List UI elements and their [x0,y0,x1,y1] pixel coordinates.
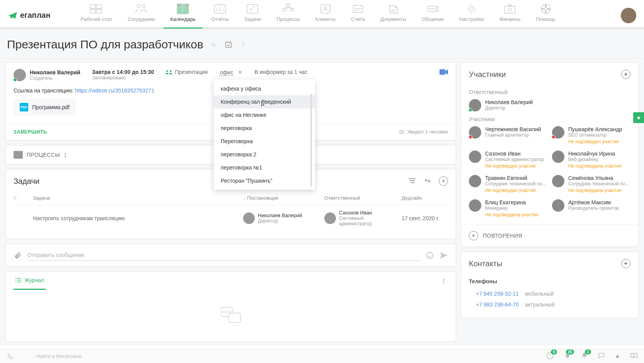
phone-row[interactable]: +7 945 258-32-11мобильный [469,288,630,299]
message-input[interactable]: Отправить сообщение [27,250,420,261]
briefcase-icon [14,151,23,159]
nav-Финансы[interactable]: Финансы [492,3,528,27]
main-nav: Рабочий столСотрудники7ОКТКалендарьОтчёт… [74,3,621,27]
journal-tab[interactable]: Журнал [14,272,46,290]
location-dropdown: кафеха у офисаКонференц-зал Введенскийоф… [214,80,315,190]
phone-row[interactable]: +7 983 238-64-70актуальный [469,299,630,310]
emoji-icon[interactable] [426,251,434,260]
views-count[interactable]: Увидел 1 человек [399,129,448,135]
participant[interactable]: Травкин ЕвгенийСотрудник технической под… [469,175,547,193]
creator[interactable]: Николаев Валерий Создатель [14,69,80,81]
location-option[interactable]: переговорка 2 [214,148,315,161]
contacts-card: Контакты + Телефоны +7 945 258-32-11моби… [461,252,639,318]
responsible-person[interactable]: Николаев Валерий Директор [469,99,630,111]
participant[interactable]: Пушкарёв АлександрSEO оптимизаторНе подт… [552,126,630,144]
journal-card: Журнал ⋮ [5,271,456,342]
add-repeat-button[interactable]: + [469,231,478,240]
location-option[interactable]: Ресторан "Пушкинъ" [214,174,315,187]
location-option[interactable]: Переговорка [214,135,315,148]
nav-Сотрудники[interactable]: Сотрудники [121,3,162,27]
send-icon[interactable] [440,251,448,260]
nav-Помощь[interactable]: Помощь [529,3,562,27]
clear-location-icon[interactable]: ✕ [238,69,243,76]
event-type[interactable]: Презентация [165,69,208,75]
star-icon[interactable]: ☆ [210,40,218,49]
contacts-title: Контакты [469,259,502,268]
expand-icon[interactable]: ⊩ [14,195,29,201]
location-option[interactable]: Конференц-зал Введенский [214,95,315,108]
svg-point-16 [324,7,327,9]
svg-point-4 [137,5,140,8]
svg-rect-12 [287,4,290,6]
nav-Настройки[interactable]: Настройки [452,3,491,27]
participant[interactable]: Семёнова УльянаСотрудник технической под… [552,175,630,193]
nav-Рабочий стол[interactable]: Рабочий стол [74,3,119,27]
user-avatar[interactable] [621,8,636,23]
nav-Счета[interactable]: Счета [344,3,372,27]
svg-point-30 [170,70,172,72]
nav-Процессы[interactable]: Процессы [269,3,307,27]
location-field[interactable]: офис ✕ кафеха у офисаКонференц-зал Введе… [219,69,243,76]
participant[interactable]: Николайчук ИринаВеб-дизайнерНе подтверди… [552,151,630,169]
more-vertical-icon[interactable]: ⋮ [239,40,247,49]
svg-rect-14 [291,9,294,11]
nav-Общение[interactable]: Общение [415,3,451,27]
add-contact-button[interactable]: + [621,259,630,268]
tasks-title: Задачи [14,177,39,186]
location-option[interactable]: офис на Неглинке [214,108,315,122]
complete-button[interactable]: ЗАВЕРШИТЬ [14,129,47,135]
svg-point-36 [223,312,225,313]
event-card: Николаев Валерий Создатель Завтра с 14:0… [5,62,456,140]
participant[interactable]: Чертежников ВасилийГлавный архитектор [469,126,547,144]
task-row[interactable]: Настроить сотрудникам трансляцию Николае… [14,205,448,231]
participant[interactable]: Сазонов ИванСистемный администраторНе по… [469,151,547,169]
svg-rect-23 [504,6,515,13]
link-icon[interactable] [423,176,432,185]
location-option[interactable]: переговорка [214,122,315,135]
svg-point-32 [401,131,402,133]
add-task-button[interactable]: + [439,176,448,186]
sort-icon[interactable] [408,176,416,185]
video-icon[interactable] [440,69,448,76]
svg-point-37 [227,312,228,313]
svg-rect-13 [283,9,286,11]
svg-point-21 [433,9,434,9]
event-time: Завтра с 14:00 до 15:30 Запланировано [92,69,154,80]
creator-name: Николаев Валерий [30,69,80,75]
journal-empty [6,290,456,341]
message-compose: Отправить сообщение [5,244,456,267]
svg-text:ОКТ: ОКТ [181,4,186,7]
stream-link[interactable]: https://videotr.ru/3516352753271 [75,87,154,94]
svg-rect-28 [225,42,231,47]
svg-rect-31 [440,69,445,75]
svg-point-24 [508,8,511,11]
calendar-check-icon[interactable] [224,40,233,49]
paperclip-icon[interactable] [14,251,22,260]
svg-rect-25 [508,5,511,6]
file-attachment[interactable]: PDF Программа.pdf [14,99,76,115]
nav-Документы[interactable]: Документы [373,3,413,27]
reminder[interactable]: В информер за 1 час [254,69,307,75]
location-option[interactable]: кафеха у офиса [214,82,315,95]
svg-rect-17 [353,5,363,12]
logo[interactable]: егаплан [8,10,51,21]
location-option[interactable]: переговорка №1 [214,161,315,174]
nav-Календарь[interactable]: 7ОКТКалендарь [164,3,203,27]
nav-Отчёты[interactable]: Отчёты [204,3,235,27]
title-bar: Презентация ПО для разработчиков ☆ ⋮ [0,29,644,58]
repeat-section[interactable]: + ПОВТОРЕНИЯ [461,224,638,247]
feedback-tab[interactable]: ★ [633,112,644,123]
add-participant-button[interactable]: + [621,70,630,79]
svg-text:7: 7 [182,7,185,13]
nav-Клиенты[interactable]: Клиенты [308,3,342,27]
task-table-header: ⊩ Задача ↓ Постановщик Ответственный Дед… [14,191,448,205]
participant[interactable]: Артёмов МаксимРуководитель проектов [552,199,630,217]
participants-title: Участники [469,70,506,79]
journal-more-icon[interactable]: ⋮ [440,277,448,285]
logo-text: егаплан [20,11,51,20]
svg-point-38 [230,312,231,313]
participant[interactable]: Блиц ЕкатеринаМенеджерНе подтвердила уча… [469,199,547,217]
title-actions: ☆ ⋮ [210,40,247,49]
nav-Задачи[interactable]: Задачи [237,3,268,27]
svg-rect-35 [229,313,240,322]
